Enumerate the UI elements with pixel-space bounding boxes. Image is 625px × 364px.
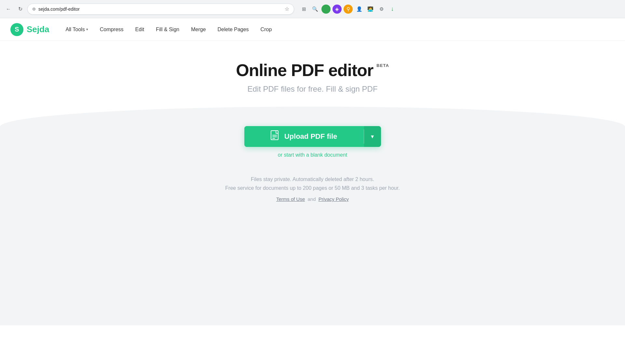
hero-info: Files stay private. Automatically delete… [225,175,400,202]
browser-chrome: ← ↻ ⊜ sejda.com/pdf-editor ☆ ⊞ 🔍 ◈ ⚲ 👤 🧑… [0,0,625,18]
terms-link[interactable]: Terms of Use [276,196,305,202]
back-button[interactable]: ← [4,5,13,14]
profile-ext-button[interactable]: 👤 [355,5,364,14]
upload-btn-label: Upload PDF file [284,132,337,141]
nav-all-tools-label: All Tools [65,27,85,32]
logo-link[interactable]: S Sejda [10,23,49,36]
dropdown-arrow-icon: ▾ [371,133,374,140]
logo-name: Sejda [27,24,49,34]
chevron-down-icon: ▾ [86,27,88,32]
upload-pdf-button[interactable]: Upload PDF file [244,126,364,147]
logo-circle: S [10,23,23,36]
hero-links: Terms of Use and Privacy Policy [225,196,400,202]
nav-all-tools[interactable]: All Tools ▾ [60,18,94,41]
upload-button-group[interactable]: Upload PDF file ▾ [244,126,381,147]
nav-merge-label: Merge [191,27,206,32]
beta-badge: BETA [376,63,389,68]
nav-merge[interactable]: Merge [185,18,211,41]
pdf-file-icon [271,130,280,143]
security-icon: ⊜ [32,6,36,11]
zoom-button[interactable]: 🔍 [310,5,319,14]
nav-fill-sign-label: Fill & Sign [156,27,179,32]
back-icon: ← [6,6,11,12]
blank-document-link[interactable]: or start with a blank document [278,152,347,158]
nav-crop-label: Crop [261,27,272,32]
bookmark-icon[interactable]: ☆ [285,6,289,12]
download-ext-button[interactable]: ↓ [388,5,397,14]
extensions-bar: ⊞ 🔍 ◈ ⚲ 👤 🧑‍💻 ⚙ ↓ [299,5,397,14]
address-bar[interactable]: ⊜ sejda.com/pdf-editor ☆ [27,4,294,15]
hero-title-wrap: Online PDF editor BETA [236,60,389,80]
nav-edit[interactable]: Edit [129,18,150,41]
logo-letter: S [15,26,19,33]
hero-info-line1: Files stay private. Automatically delete… [225,175,400,184]
layers-ext-button[interactable]: ◈ [333,5,342,14]
upload-dropdown-button[interactable]: ▾ [364,126,381,147]
hero-subtitle: Edit PDF files for free. Fill & sign PDF [247,84,377,94]
site-header: S Sejda All Tools ▾ Compress Edit Fill &… [0,18,625,41]
nav-delete-pages[interactable]: Delete Pages [212,18,255,41]
url-text: sejda.com/pdf-editor [38,6,282,12]
nav-compress-label: Compress [100,27,124,32]
refresh-button[interactable]: ↻ [16,5,25,14]
hero-bg-curve: Upload PDF file ▾ or start with a blank … [0,107,625,228]
and-text: and [307,196,317,202]
privacy-link[interactable]: Privacy Policy [319,196,349,202]
hero-info-line2: Free service for documents up to 200 pag… [225,184,400,192]
settings-ext-button[interactable]: ⚙ [377,5,386,14]
hero-title: Online PDF editor [236,60,373,80]
hero-section: Online PDF editor BETA Edit PDF files fo… [0,41,625,228]
new-tab-button[interactable]: ⊞ [299,5,308,14]
hero-content: Upload PDF file ▾ or start with a blank … [0,107,625,202]
sync-ext-button[interactable]: 🧑‍💻 [366,5,375,14]
main-nav: All Tools ▾ Compress Edit Fill & Sign Me… [60,18,278,41]
nav-delete-pages-label: Delete Pages [218,27,249,32]
bottom-section [0,228,625,325]
nav-crop[interactable]: Crop [255,18,278,41]
nav-compress[interactable]: Compress [94,18,129,41]
nav-fill-sign[interactable]: Fill & Sign [150,18,185,41]
green-ext-button[interactable] [321,5,331,14]
refresh-icon: ↻ [18,6,22,12]
nav-edit-label: Edit [135,27,144,32]
search-ext-button[interactable]: ⚲ [344,5,353,14]
